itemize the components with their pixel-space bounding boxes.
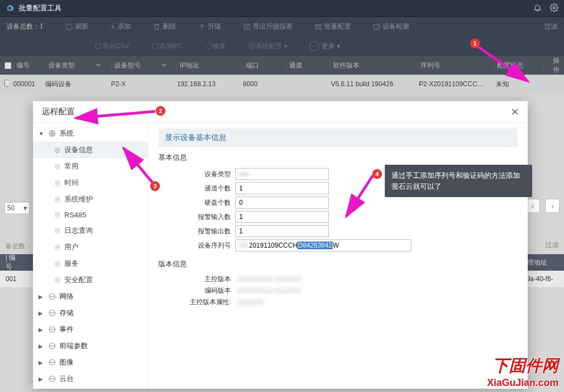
- svg-point-30: [57, 279, 58, 281]
- sys-config-button[interactable]: 系统配置▾: [248, 42, 287, 51]
- svg-point-18: [57, 182, 58, 183]
- row-alarm-in: 报警输入数1: [158, 211, 518, 223]
- annotation-tooltip: 通过手工添加序列号和验证码的方法添加萤石云就可以了: [385, 165, 532, 197]
- chevron-right-icon: ▶: [38, 376, 45, 382]
- svg-point-29: [55, 261, 60, 266]
- gear-icon: [54, 163, 61, 170]
- row-alarm-out: 报警输出数1: [158, 225, 518, 237]
- next-page-button[interactable]: ›: [545, 199, 560, 213]
- add-ipc-button[interactable]: 添加IPC: [151, 42, 183, 51]
- sidebar-item-security[interactable]: 安全配置: [33, 272, 148, 288]
- svg-point-31: [55, 278, 60, 283]
- svg-point-26: [57, 246, 58, 248]
- row-enc-ver: 编码版本XXXXXXXX XXXXXX: [158, 286, 518, 295]
- globe-icon: [48, 359, 56, 366]
- svg-point-15: [55, 148, 60, 153]
- gear-icon: [54, 260, 61, 267]
- svg-point-25: [55, 228, 60, 233]
- main-attr-value: XXXXXX: [235, 299, 264, 306]
- sidebar-item-log[interactable]: 日志查询: [33, 222, 148, 239]
- annotation-badge-3: 3: [150, 181, 160, 191]
- annotation-badge-1: 1: [470, 38, 480, 48]
- close-icon[interactable]: ✕: [511, 106, 519, 118]
- svg-point-17: [55, 164, 60, 169]
- restore-button[interactable]: 恢复: [205, 42, 226, 51]
- gear-icon: [54, 180, 61, 187]
- sidebar-group-event[interactable]: ▶事件: [33, 321, 148, 338]
- basic-info-heading: 基本信息: [158, 147, 518, 166]
- bg-paginator: ‹ ›: [526, 199, 560, 213]
- gear-icon: [54, 277, 61, 284]
- modal-header: 远程配置 ✕: [33, 101, 528, 123]
- batch-config-button[interactable]: 批量配置: [314, 22, 351, 31]
- sidebar-item-general[interactable]: 常用: [33, 158, 148, 175]
- gear-icon: [54, 227, 61, 234]
- device-type-field: xxx: [235, 168, 329, 180]
- sidebar-item-maintenance[interactable]: 系统维护: [33, 191, 148, 208]
- svg-point-5: [152, 43, 158, 49]
- sidebar-item-device-info[interactable]: 设备信息: [33, 142, 148, 158]
- sidebar-item-rs485[interactable]: RS485: [33, 208, 148, 222]
- gear-icon: [54, 211, 61, 219]
- chevron-right-icon: ▶: [38, 343, 45, 349]
- more-button[interactable]: ⋯更多▾: [309, 41, 340, 51]
- device-detect-button[interactable]: 设备检测: [373, 22, 409, 31]
- svg-rect-3: [316, 27, 322, 29]
- watermark: 下固件网 XiaGuJian.com: [487, 355, 559, 389]
- globe-icon: [48, 326, 56, 333]
- row-serial: 设备序列号 XX 20191109CCCHD84263842W: [158, 239, 518, 251]
- sidebar-group-frontend[interactable]: ▶前端参数: [33, 338, 148, 354]
- upgrade-button[interactable]: 升级: [198, 22, 221, 31]
- svg-point-14: [57, 149, 58, 150]
- app-title: 批量配置工具: [19, 3, 62, 13]
- annotation-badge-2: 2: [156, 106, 165, 116]
- filter-input[interactable]: 过滤: [544, 22, 557, 31]
- title-bar: 批量配置工具: [0, 0, 564, 16]
- chevron-right-icon: ▶: [38, 310, 45, 316]
- svg-point-21: [55, 197, 60, 202]
- row-hdd-count: 硬盘个数0: [158, 197, 518, 209]
- chevron-right-icon: ▶: [38, 360, 45, 366]
- svg-point-7: [248, 43, 255, 49]
- svg-point-28: [57, 262, 58, 264]
- annotation-badge-4: 4: [372, 169, 382, 179]
- export-report-button[interactable]: 导出升级报表: [243, 22, 292, 31]
- globe-icon: [48, 293, 56, 300]
- app-gear-icon: [5, 4, 14, 13]
- refresh-button[interactable]: 刷新: [65, 22, 89, 31]
- sidebar-group-ptz[interactable]: ▶云台: [33, 371, 148, 387]
- sidebar-item-time[interactable]: 时间: [33, 175, 148, 191]
- gear-icon: [54, 196, 61, 203]
- add-button[interactable]: +添加: [110, 22, 131, 32]
- svg-point-22: [57, 214, 58, 216]
- sidebar-item-user[interactable]: 用户: [33, 239, 148, 255]
- row-main-attr: 主控版本属性:XXXXXX: [158, 298, 518, 307]
- modal-content: 显示设备基本信息 基本信息 设备类型xxx 通道个数1 硬盘个数0 报警输入数1…: [148, 123, 528, 389]
- version-heading: 版本信息: [158, 254, 518, 272]
- sidebar-group-system[interactable]: ▼ 系统: [33, 125, 148, 142]
- globe-icon: [48, 130, 56, 137]
- export-csv-button[interactable]: 导出CSV: [95, 42, 129, 51]
- sidebar-group-image[interactable]: ▶图像: [33, 354, 148, 371]
- serial-field[interactable]: XX 20191109CCCHD84263842W: [235, 239, 411, 251]
- gear-icon: [54, 147, 61, 154]
- modal-sidebar: ▼ 系统 设备信息 常用 时间 系统维护 RS485 日志查询 用户 服务 安全…: [33, 123, 148, 389]
- delete-button[interactable]: 删除: [153, 22, 176, 31]
- sidebar-group-network[interactable]: ▶网络: [33, 288, 148, 305]
- sidebar-item-service[interactable]: 服务: [33, 255, 148, 272]
- hdd-count-field: 0: [235, 197, 329, 209]
- gear-icon: [54, 244, 61, 251]
- modal-title: 远程配置: [42, 107, 75, 117]
- svg-point-19: [55, 181, 60, 186]
- bell-icon[interactable]: [533, 3, 542, 14]
- svg-point-27: [55, 245, 60, 250]
- settings-icon[interactable]: [550, 3, 559, 14]
- toolbar-row-1: 设备总数：1 刷新 +添加 删除 升级 导出升级报表 批量配置 设备检测 过滤: [0, 16, 564, 36]
- row-main-ver: 主控版本XXXXXXXX XXXXXX: [158, 275, 518, 284]
- svg-point-6: [251, 45, 253, 47]
- section-title: 显示设备基本信息: [158, 128, 518, 147]
- svg-point-0: [553, 7, 555, 9]
- sidebar-group-storage[interactable]: ▶存储: [33, 305, 148, 321]
- page-size[interactable]: 50▾: [4, 202, 30, 214]
- toolbar-row-2: 导出CSV 添加IPC 恢复 系统配置▾ ⋯更多▾: [0, 36, 564, 56]
